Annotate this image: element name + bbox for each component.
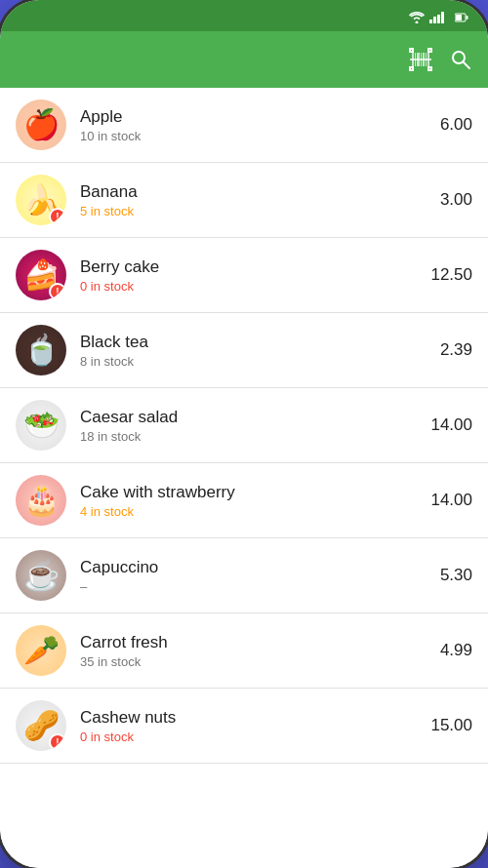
svg-rect-5: [467, 16, 468, 20]
item-stock: 4 in stock: [80, 504, 419, 519]
item-info: Black tea 8 in stock: [80, 333, 419, 369]
item-info: Cashew nuts 0 in stock: [80, 708, 419, 744]
svg-rect-3: [441, 12, 444, 23]
svg-rect-7: [410, 49, 413, 52]
list-item[interactable]: 🎂 Cake with strawberry 4 in stock 14.00: [0, 463, 488, 538]
item-price: 6.00: [419, 115, 472, 135]
item-stock: –: [80, 579, 419, 594]
search-icon[interactable]: [449, 48, 472, 71]
list-item[interactable]: ☕ Capuccino – 5.30: [0, 538, 488, 613]
item-stock: 0 in stock: [80, 730, 419, 744]
item-info: Banana 5 in stock: [80, 182, 419, 218]
item-name: Carrot fresh: [80, 633, 419, 652]
item-info: Apple 10 in stock: [80, 107, 419, 143]
out-of-stock-badge: !: [49, 283, 66, 300]
item-image: 🎂: [16, 475, 66, 526]
out-of-stock-badge: !: [49, 208, 66, 225]
item-image: 🍌 !: [16, 175, 66, 225]
item-emoji: 🥗: [23, 411, 60, 440]
item-stock: 10 in stock: [80, 129, 419, 143]
svg-rect-9: [410, 67, 413, 70]
item-price: 12.50: [419, 265, 472, 285]
item-name: Cashew nuts: [80, 708, 419, 728]
status-icons: [409, 12, 468, 23]
item-name: Cake with strawberry: [80, 483, 419, 502]
svg-rect-18: [427, 53, 429, 66]
item-price: 2.39: [419, 340, 472, 360]
item-info: Carrot fresh 35 in stock: [80, 633, 419, 669]
item-price: 5.30: [419, 566, 472, 585]
item-name: Caesar salad: [80, 408, 419, 427]
signal-icon: [429, 12, 445, 23]
phone-frame: 🍎 Apple 10 in stock 6.00 🍌 ! Banana 5 in…: [0, 0, 488, 868]
item-image: 🍎: [16, 99, 66, 150]
item-price: 4.99: [419, 641, 472, 660]
item-emoji: ☕: [23, 561, 60, 590]
barcode-scan-icon[interactable]: [408, 47, 433, 72]
wifi-icon: [409, 12, 425, 23]
item-name: Berry cake: [80, 257, 419, 277]
item-name: Black tea: [80, 333, 419, 352]
item-info: Capuccino –: [80, 558, 419, 594]
item-image: ☕: [16, 550, 66, 601]
item-info: Berry cake 0 in stock: [80, 257, 419, 294]
item-image: 🍵: [16, 325, 66, 375]
item-name: Banana: [80, 182, 419, 202]
item-price: 14.00: [419, 491, 472, 510]
item-info: Cake with strawberry 4 in stock: [80, 483, 419, 519]
item-stock: 8 in stock: [80, 354, 419, 369]
svg-rect-0: [429, 20, 432, 23]
item-emoji: 🥕: [23, 636, 60, 665]
svg-rect-12: [412, 53, 414, 66]
status-bar: [0, 0, 488, 31]
item-stock: 18 in stock: [80, 429, 419, 444]
item-price: 3.00: [419, 190, 472, 210]
battery-icon: [455, 13, 468, 22]
item-name: Apple: [80, 107, 419, 127]
list-item[interactable]: 🍎 Apple 10 in stock 6.00: [0, 88, 488, 163]
item-stock: 5 in stock: [80, 204, 419, 218]
app-bar: [0, 31, 488, 88]
item-name: Capuccino: [80, 558, 419, 577]
svg-rect-10: [428, 67, 431, 70]
item-price: 15.00: [419, 716, 472, 735]
item-image: 🥕: [16, 625, 66, 676]
svg-rect-15: [421, 53, 422, 66]
svg-line-20: [464, 62, 469, 68]
svg-rect-6: [456, 15, 462, 20]
out-of-stock-badge: !: [49, 733, 66, 751]
list-item[interactable]: 🍰 ! Berry cake 0 in stock 12.50: [0, 238, 488, 313]
item-image: 🥗: [16, 400, 66, 451]
item-price: 14.00: [419, 415, 472, 435]
svg-rect-17: [426, 53, 427, 66]
svg-rect-1: [433, 17, 436, 23]
svg-rect-2: [437, 15, 440, 23]
phone-inner: 🍎 Apple 10 in stock 6.00 🍌 ! Banana 5 in…: [0, 0, 488, 868]
list-item[interactable]: 🥜 ! Cashew nuts 0 in stock 15.00: [0, 689, 488, 764]
item-stock: 0 in stock: [80, 279, 419, 294]
item-emoji: 🍵: [23, 335, 60, 365]
item-stock: 35 in stock: [80, 654, 419, 669]
item-info: Caesar salad 18 in stock: [80, 408, 419, 444]
list-item[interactable]: 🍵 Black tea 8 in stock 2.39: [0, 313, 488, 388]
item-image: 🥜 !: [16, 700, 66, 751]
item-emoji: 🍎: [23, 110, 60, 139]
items-list: 🍎 Apple 10 in stock 6.00 🍌 ! Banana 5 in…: [0, 88, 488, 868]
app-bar-icons: [408, 47, 472, 72]
list-item[interactable]: 🥗 Caesar salad 18 in stock 14.00: [0, 388, 488, 463]
svg-rect-8: [428, 49, 431, 52]
svg-rect-16: [423, 53, 425, 66]
list-item[interactable]: 🥕 Carrot fresh 35 in stock 4.99: [0, 613, 488, 689]
item-emoji: 🎂: [23, 486, 60, 515]
list-item[interactable]: 🍌 ! Banana 5 in stock 3.00: [0, 163, 488, 238]
svg-rect-14: [417, 53, 420, 66]
svg-rect-13: [415, 53, 416, 66]
item-image: 🍰 !: [16, 250, 66, 300]
svg-point-19: [453, 52, 465, 63]
